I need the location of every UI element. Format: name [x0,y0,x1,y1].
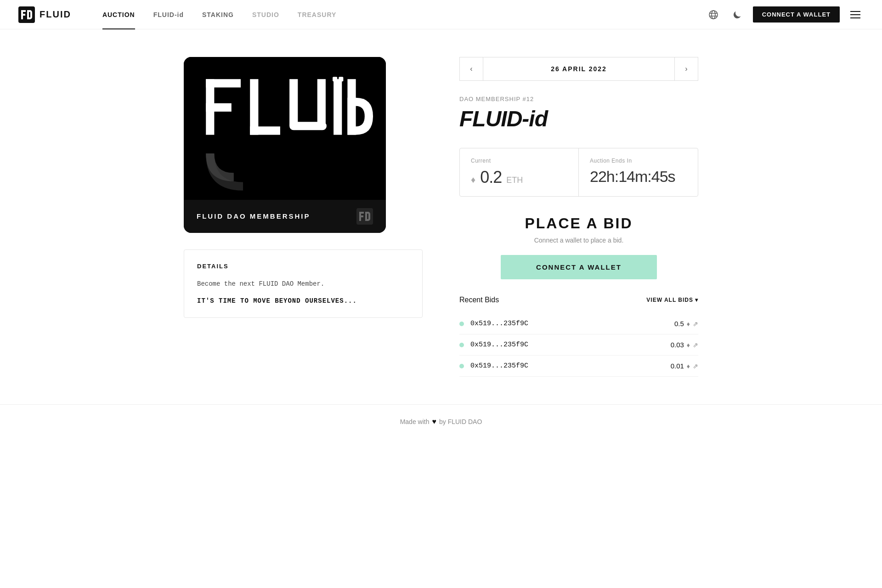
place-bid-title: PLACE A BID [459,215,698,232]
bid-eth-icon: ♦ [687,362,690,370]
nft-footer-text: FLUID DAO MEMBERSHIP [197,212,311,220]
globe-icon [708,10,718,20]
bid-amount: 0.01 ♦ ⇗ [671,362,698,370]
view-all-bids-button[interactable]: VIEW ALL BIDS ▾ [646,297,698,303]
auction-timer-stat: Auction Ends In 22h:14m:45s [579,148,698,196]
nav-link-fluid-id[interactable]: FLUID-id [144,0,193,29]
bid-status-dot [459,364,464,368]
hamburger-menu-button[interactable] [847,6,864,23]
date-prev-button[interactable]: ‹ [459,57,483,81]
heart-icon: ♥ [432,418,436,426]
svg-point-2 [712,11,715,19]
details-label: DETAILS [197,263,409,270]
bid-address: 0x519...235f9C [470,320,674,328]
bid-value: 0.5 [674,320,684,328]
svg-rect-10 [250,126,280,135]
dark-mode-button[interactable] [729,6,746,23]
logo[interactable]: FLUID [18,6,71,23]
bid-address: 0x519...235f9C [470,362,671,370]
bid-link-icon[interactable]: ⇗ [693,362,698,370]
dao-membership-label: DAO MEMBERSHIP #12 [459,96,698,102]
logo-text: FLUID [40,9,71,20]
current-bid-stat: Current ♦ 0.2 ETH [460,148,579,196]
svg-rect-12 [317,79,326,125]
nft-image-container: FLUID DAO MEMBERSHIP [184,57,386,233]
footer-text-after: by FLUID DAO [439,418,482,425]
svg-rect-8 [206,103,232,112]
svg-rect-16 [339,77,343,81]
navbar: FLUID AUCTION FLUID-id STAKING STUDIO TR… [0,0,882,29]
auction-stats: Current ♦ 0.2 ETH Auction Ends In 22h:14… [459,148,698,197]
hamburger-line-3 [850,17,860,18]
nft-title: FLUID-id [459,106,698,131]
bid-value: 0.03 [671,341,684,349]
nav-link-staking[interactable]: STAKING [193,0,243,29]
footer: Made with ♥ by FLUID DAO [0,404,882,439]
recent-bids-section: Recent Bids VIEW ALL BIDS ▾ 0x519...235f… [459,296,698,377]
place-bid-section: PLACE A BID Connect a wallet to place a … [459,215,698,279]
svg-rect-14 [334,79,342,135]
svg-rect-7 [206,79,241,87]
bid-row: 0x519...235f9C 0.5 ♦ ⇗ [459,313,698,334]
bid-address: 0x519...235f9C [470,341,671,349]
logo-icon [18,6,35,23]
nft-footer-logo-icon [356,208,373,225]
svg-point-1 [709,11,718,19]
svg-rect-15 [333,77,337,81]
details-tagline: IT'S TIME TO MOVE BEYOND OURSELVES... [197,297,409,305]
view-all-bids-label: VIEW ALL BIDS [646,297,693,303]
bid-eth-icon: ♦ [687,341,690,349]
bid-value: 0.01 [671,362,684,370]
svg-rect-18 [356,208,373,225]
nav-link-studio[interactable]: STUDIO [243,0,288,29]
bid-link-icon[interactable]: ⇗ [693,320,698,328]
recent-bids-header: Recent Bids VIEW ALL BIDS ▾ [459,296,698,304]
timer-value: 22h:14m:45s [590,168,687,186]
nft-artwork [197,70,373,200]
moon-icon [733,10,742,19]
hamburger-line-1 [850,11,860,12]
current-label: Current [471,158,567,164]
nav-right: CONNECT A WALLET [705,6,864,23]
current-number: 0.2 [480,168,502,187]
nav-link-auction[interactable]: AUCTION [93,0,144,29]
nav-links: AUCTION FLUID-id STAKING STUDIO TREASURY [93,0,705,29]
nav-link-treasury[interactable]: TREASURY [288,0,346,29]
bid-row: 0x519...235f9C 0.03 ♦ ⇗ [459,334,698,356]
date-next-button[interactable]: › [674,57,698,81]
recent-bids-title: Recent Bids [459,296,499,304]
main-content: FLUID DAO MEMBERSHIP DETAILS Become the … [165,29,717,404]
ends-label: Auction Ends In [590,158,687,164]
eth-diamond-icon: ♦ [471,175,475,185]
left-column: FLUID DAO MEMBERSHIP DETAILS Become the … [184,57,423,318]
connect-wallet-bid-button[interactable]: CONNECT A WALLET [501,255,657,279]
bid-row: 0x519...235f9C 0.01 ♦ ⇗ [459,356,698,377]
svg-rect-0 [18,6,35,23]
bid-amount: 0.5 ♦ ⇗ [674,320,698,328]
eth-unit: ETH [506,175,523,185]
bid-amount: 0.03 ♦ ⇗ [671,341,698,349]
date-navigation: ‹ 26 APRIL 2022 › [459,57,698,81]
bid-link-icon[interactable]: ⇗ [693,341,698,349]
nft-image-inner [184,57,386,200]
svg-rect-11 [289,79,298,125]
details-body: Become the next FLUID DAO Member. [197,279,409,290]
bid-eth-icon: ♦ [687,320,690,328]
nft-footer: FLUID DAO MEMBERSHIP [184,200,386,233]
bid-list: 0x519...235f9C 0.5 ♦ ⇗ 0x519...235f9C 0.… [459,313,698,377]
svg-rect-13 [289,122,327,130]
hamburger-line-2 [850,14,860,15]
connect-wallet-nav-button[interactable]: CONNECT A WALLET [753,6,840,23]
bid-status-dot [459,322,464,326]
globe-button[interactable] [705,6,722,23]
timer-display: 22h:14m:45s [590,168,675,186]
bid-status-dot [459,343,464,347]
place-bid-subtitle: Connect a wallet to place a bid. [459,237,698,244]
current-value: ♦ 0.2 ETH [471,168,567,187]
chevron-down-icon: ▾ [695,297,698,303]
date-display: 26 APRIL 2022 [483,57,674,81]
right-column: ‹ 26 APRIL 2022 › DAO MEMBERSHIP #12 FLU… [459,57,698,377]
details-section: DETAILS Become the next FLUID DAO Member… [184,249,423,318]
footer-text-before: Made with [400,418,430,425]
